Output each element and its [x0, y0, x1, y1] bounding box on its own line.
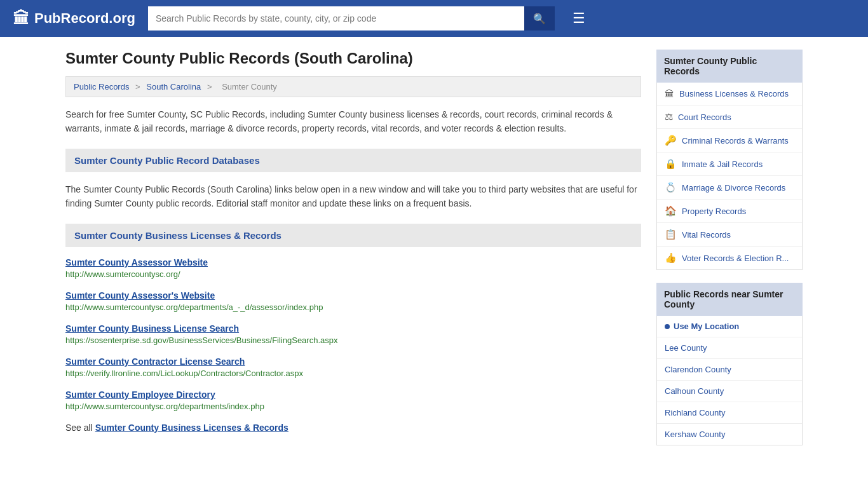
clipboard-icon: 📋 — [665, 229, 677, 240]
sidebar-link-court[interactable]: Court Records — [678, 112, 731, 122]
sidebar-link-voter[interactable]: Voter Records & Election R... — [682, 254, 789, 263]
record-title-2[interactable]: Sumter County Assessor's Website — [65, 290, 641, 301]
scales-icon: ⚖ — [665, 111, 673, 123]
sidebar-item-criminal-records[interactable]: 🔑 Criminal Records & Warrants — [657, 129, 802, 152]
sidebar-link-business[interactable]: Business Licenses & Records — [679, 89, 789, 98]
sidebar: Sumter County Public Records 🏛 Business … — [656, 50, 803, 458]
nearby-link-lee[interactable]: Lee County — [665, 343, 707, 353]
record-url-1[interactable]: http://www.sumtercountysc.org/ — [65, 269, 641, 279]
sidebar-use-location[interactable]: Use My Location — [657, 316, 802, 337]
site-logo[interactable]: 🏛 PubRecord.org — [13, 9, 135, 29]
sidebar-item-property-records[interactable]: 🏠 Property Records — [657, 200, 802, 223]
sidebar-link-inmate[interactable]: Inmate & Jail Records — [682, 159, 763, 169]
use-location-link[interactable]: Use My Location — [674, 322, 739, 331]
sidebar-item-marriage-records[interactable]: 💍 Marriage & Divorce Records — [657, 176, 802, 200]
record-entry-4: Sumter County Contractor License Search … — [65, 356, 641, 378]
search-icon: 🔍 — [533, 13, 546, 24]
sidebar-nearby-kershaw[interactable]: Kershaw County — [657, 424, 802, 445]
search-bar: 🔍 — [148, 6, 555, 30]
nearby-link-calhoun[interactable]: Calhoun County — [665, 386, 724, 396]
search-input[interactable] — [148, 6, 524, 30]
lock-icon: 🔒 — [665, 158, 677, 170]
nearby-link-richland[interactable]: Richland County — [665, 408, 725, 417]
sidebar-nearby-section: Public Records near Sumter County Use My… — [656, 283, 803, 445]
see-all-link[interactable]: Sumter County Business Licenses & Record… — [95, 423, 288, 433]
breadcrumb-public-records[interactable]: Public Records — [74, 82, 129, 92]
logo-icon: 🏛 — [13, 9, 29, 29]
record-title-4[interactable]: Sumter County Contractor License Search — [65, 356, 641, 367]
ring-icon: 💍 — [665, 182, 677, 193]
location-dot-icon — [665, 324, 670, 329]
sidebar-public-records-section: Sumter County Public Records 🏛 Business … — [656, 50, 803, 270]
menu-button[interactable]: ☰ — [573, 10, 585, 27]
record-title-5[interactable]: Sumter County Employee Directory — [65, 390, 641, 400]
page-description: Search for free Sumter County, SC Public… — [65, 107, 641, 136]
content-area: Sumter County Public Records (South Caro… — [65, 50, 641, 458]
sidebar-item-vital-records[interactable]: 📋 Vital Records — [657, 223, 802, 247]
site-header: 🏛 PubRecord.org 🔍 ☰ — [0, 0, 868, 37]
sidebar-public-records-list: 🏛 Business Licenses & Records ⚖ Court Re… — [656, 83, 803, 270]
nearby-link-kershaw[interactable]: Kershaw County — [665, 430, 725, 439]
sidebar-link-vital[interactable]: Vital Records — [682, 230, 731, 240]
record-title-3[interactable]: Sumter County Business License Search — [65, 323, 641, 334]
databases-section-header: Sumter County Public Record Databases — [65, 149, 641, 172]
menu-icon: ☰ — [573, 10, 585, 26]
sidebar-link-marriage[interactable]: Marriage & Divorce Records — [682, 183, 785, 193]
breadcrumb-south-carolina[interactable]: South Carolina — [146, 82, 201, 92]
sidebar-nearby-title: Public Records near Sumter County — [656, 283, 803, 316]
sidebar-nearby-list: Use My Location Lee County Clarendon Cou… — [656, 316, 803, 445]
record-entry-5: Sumter County Employee Directory http://… — [65, 390, 641, 411]
breadcrumb-sumter-county: Sumter County — [222, 82, 277, 92]
record-entry-3: Sumter County Business License Search ht… — [65, 323, 641, 345]
sidebar-item-inmate-records[interactable]: 🔒 Inmate & Jail Records — [657, 152, 802, 176]
record-url-3[interactable]: https://sosenterprise.sd.gov/BusinessSer… — [65, 336, 641, 345]
record-entry-2: Sumter County Assessor's Website http://… — [65, 290, 641, 312]
sidebar-nearby-lee-county[interactable]: Lee County — [657, 337, 802, 359]
sidebar-item-voter-records[interactable]: 👍 Voter Records & Election R... — [657, 247, 802, 269]
sidebar-nearby-calhoun[interactable]: Calhoun County — [657, 381, 802, 402]
record-url-5[interactable]: http://www.sumtercountysc.org/department… — [65, 402, 641, 411]
sidebar-link-criminal[interactable]: Criminal Records & Warrants — [682, 136, 789, 146]
home-icon: 🏠 — [665, 205, 677, 217]
sidebar-nearby-richland[interactable]: Richland County — [657, 402, 802, 424]
business-section-header: Sumter County Business Licenses & Record… — [65, 224, 641, 247]
sidebar-item-court-records[interactable]: ⚖ Court Records — [657, 105, 802, 129]
key-icon: 🔑 — [665, 135, 677, 146]
databases-description: The Sumter County Public Records (South … — [65, 182, 641, 211]
record-title-1[interactable]: Sumter County Assessor Website — [65, 257, 641, 268]
sidebar-public-records-title: Sumter County Public Records — [656, 50, 803, 83]
breadcrumb-sep2: > — [207, 82, 214, 92]
breadcrumb-sep1: > — [135, 82, 142, 92]
nearby-link-clarendon[interactable]: Clarendon County — [665, 365, 731, 374]
page-title: Sumter County Public Records (South Caro… — [65, 50, 641, 67]
sidebar-item-business-licenses[interactable]: 🏛 Business Licenses & Records — [657, 83, 802, 105]
sidebar-nearby-clarendon[interactable]: Clarendon County — [657, 359, 802, 381]
breadcrumb: Public Records > South Carolina > Sumter… — [65, 76, 641, 97]
logo-text: PubRecord.org — [34, 10, 135, 27]
main-container: Sumter County Public Records (South Caro… — [53, 37, 815, 471]
record-url-2[interactable]: http://www.sumtercountysc.org/department… — [65, 302, 641, 312]
see-all: See all Sumter County Business Licenses … — [65, 423, 641, 433]
record-entry-1: Sumter County Assessor Website http://ww… — [65, 257, 641, 279]
thumbsup-icon: 👍 — [665, 252, 677, 264]
sidebar-link-property[interactable]: Property Records — [682, 207, 746, 216]
search-button[interactable]: 🔍 — [524, 6, 555, 30]
building-icon: 🏛 — [665, 88, 674, 99]
record-url-4[interactable]: https://verify.llronline.com/LicLookup/C… — [65, 369, 641, 378]
